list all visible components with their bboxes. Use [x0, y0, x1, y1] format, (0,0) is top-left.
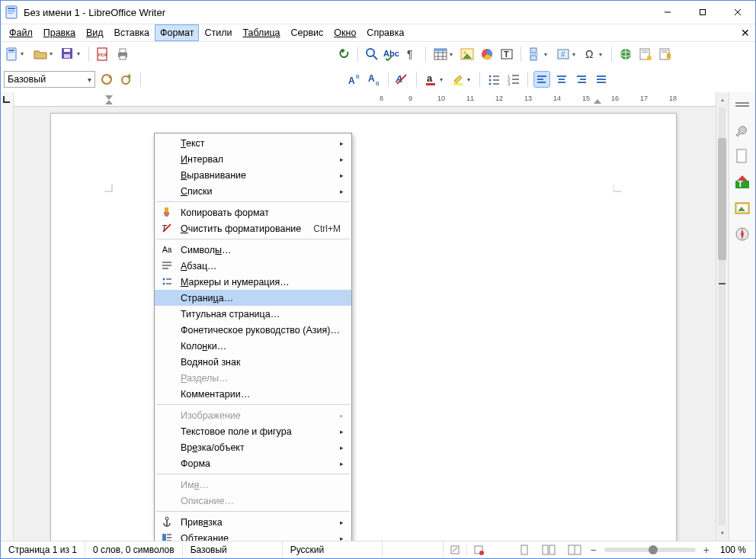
insert-symbol-icon[interactable]: Ω: [581, 46, 606, 63]
print-icon[interactable]: [114, 46, 131, 63]
zoom-in-button[interactable]: +: [700, 544, 713, 556]
menu-styles[interactable]: Стили: [199, 24, 237, 41]
scroll-up-icon[interactable]: ▲: [716, 94, 729, 106]
view-multi-page-icon[interactable]: [536, 544, 562, 556]
menu-item-phonetic[interactable]: Фонетическое руководство (Азия)…: [155, 322, 351, 338]
menu-item-watermark[interactable]: Водяной знак: [155, 354, 351, 370]
status-signature[interactable]: [444, 545, 466, 555]
menu-file[interactable]: Файл: [4, 24, 38, 41]
menu-item-character[interactable]: Aa Символы…: [155, 242, 351, 258]
insert-field-icon[interactable]: #: [554, 46, 578, 63]
undo-redo-icon[interactable]: [335, 46, 352, 63]
new-style-icon[interactable]: +: [118, 71, 135, 88]
paragraph-style-combo[interactable]: Базовый ▾: [4, 71, 95, 88]
menu-item-comments[interactable]: Комментарии…: [155, 386, 351, 402]
menu-item-lists[interactable]: Списки▸: [155, 183, 351, 199]
ruler-tick-label: 11: [466, 95, 474, 102]
status-page[interactable]: Страница 1 из 1: [1, 541, 85, 558]
menu-item-page[interactable]: Страница…: [155, 290, 351, 306]
zoom-value[interactable]: 100 %: [713, 541, 755, 558]
ruler-tick-label: 16: [611, 95, 619, 102]
sidebar-gallery-icon[interactable]: [733, 199, 751, 217]
menu-item-alignment[interactable]: Выравнивание▸: [155, 167, 351, 183]
status-insert-mode[interactable]: [383, 541, 444, 558]
find-icon[interactable]: [364, 46, 380, 63]
menu-window[interactable]: Окно: [328, 24, 361, 41]
menu-tools[interactable]: Сервис: [286, 24, 329, 41]
menu-item-clear-formatting[interactable]: T Очистить форматирование Ctrl+M: [155, 220, 351, 236]
sidebar-styles-icon[interactable]: T: [733, 173, 751, 191]
bullets-icon[interactable]: [485, 71, 502, 88]
font-color-icon[interactable]: a: [422, 71, 447, 88]
svg-rect-107: [737, 149, 746, 162]
insert-chart-icon[interactable]: [479, 46, 495, 63]
window-maximize-button[interactable]: [685, 1, 720, 24]
status-language[interactable]: Русский: [283, 541, 383, 558]
clear-format-icon[interactable]: A: [394, 71, 411, 88]
menu-item-columns[interactable]: Колонки…: [155, 338, 351, 354]
indent-marker-icon[interactable]: [104, 94, 114, 104]
window-minimize-button[interactable]: [650, 1, 685, 24]
right-indent-marker-icon[interactable]: [593, 98, 602, 104]
insert-bookmark-icon[interactable]: [657, 46, 674, 63]
update-style-icon[interactable]: [98, 71, 115, 88]
menu-item-spacing[interactable]: Интервал▸: [155, 151, 351, 167]
align-justify-icon[interactable]: [593, 71, 610, 88]
status-wordcount[interactable]: 0 слов, 0 символов: [85, 541, 183, 558]
spellcheck-icon[interactable]: Abc: [383, 46, 400, 63]
insert-image-icon[interactable]: [459, 46, 476, 63]
highlight-color-icon[interactable]: [450, 71, 474, 88]
new-doc-icon[interactable]: [4, 46, 28, 63]
export-pdf-icon[interactable]: PDF: [94, 46, 111, 63]
menu-table[interactable]: Таблица: [237, 24, 285, 41]
menu-view[interactable]: Вид: [81, 24, 109, 41]
horizontal-ruler[interactable]: 8 9 10 11 12 13 14 15 16 17 18: [14, 92, 716, 107]
status-style[interactable]: Базовый: [183, 541, 283, 558]
insert-table-icon[interactable]: [431, 46, 456, 63]
menu-item-form[interactable]: Форма▸: [155, 455, 351, 471]
menu-item-textbox-shape[interactable]: Текстовое поле и фигура▸: [155, 423, 351, 439]
document-area[interactable]: [14, 107, 716, 541]
numbering-icon[interactable]: 123: [505, 71, 522, 88]
view-book-icon[interactable]: [562, 544, 588, 556]
scroll-down-icon[interactable]: ▼: [716, 527, 729, 539]
menu-item-clone-formatting[interactable]: Копировать формат: [155, 204, 351, 220]
zoom-slider[interactable]: [604, 548, 696, 552]
sidebar-page-icon[interactable]: [733, 147, 751, 165]
menu-item-paragraph[interactable]: Абзац…: [155, 258, 351, 274]
superscript-icon[interactable]: AB: [346, 71, 363, 88]
open-icon[interactable]: [31, 46, 56, 63]
subscript-icon[interactable]: AB: [366, 71, 383, 88]
insert-hyperlink-icon[interactable]: [617, 46, 634, 63]
align-left-icon[interactable]: [533, 71, 550, 88]
document-close-icon[interactable]: ✕: [738, 27, 752, 39]
sidebar-properties-icon[interactable]: [733, 121, 751, 140]
insert-textbox-icon[interactable]: T: [498, 46, 515, 63]
insert-endnote-icon[interactable]: [637, 46, 654, 63]
menu-item-title-page[interactable]: Титульная страница…: [155, 306, 351, 322]
view-single-page-icon[interactable]: [513, 544, 536, 556]
formatting-marks-icon[interactable]: ¶: [403, 46, 420, 63]
vertical-scrollbar[interactable]: ▲ ▼: [716, 92, 729, 541]
menu-help[interactable]: Справка: [361, 24, 409, 41]
align-center-icon[interactable]: [553, 71, 570, 88]
menu-item-bullets-numbering[interactable]: Маркеры и нумерация…: [155, 274, 351, 290]
sidebar-settings-icon[interactable]: [733, 95, 751, 114]
menu-item-anchor[interactable]: Привязка▸: [155, 514, 351, 530]
sidebar-navigator-icon[interactable]: [733, 225, 751, 243]
menu-item-text[interactable]: Текст▸: [155, 135, 351, 151]
vertical-ruler[interactable]: [1, 92, 14, 541]
status-save-indicator[interactable]: [466, 545, 490, 555]
save-icon[interactable]: [59, 46, 83, 63]
zoom-slider-knob[interactable]: [649, 545, 658, 554]
menu-insert[interactable]: Вставка: [109, 24, 155, 41]
menu-edit[interactable]: Правка: [38, 24, 81, 41]
zoom-out-button[interactable]: −: [588, 544, 600, 556]
menu-format[interactable]: Формат: [155, 24, 199, 41]
scroll-thumb[interactable]: [718, 138, 726, 260]
menu-item-frame-object[interactable]: Врезка/объект▸: [155, 439, 351, 455]
window-close-button[interactable]: [720, 1, 755, 24]
align-right-icon[interactable]: [573, 71, 590, 88]
insert-pagebreak-icon[interactable]: [527, 46, 551, 63]
menu-item-wrap[interactable]: Обтекание▸: [155, 530, 351, 541]
